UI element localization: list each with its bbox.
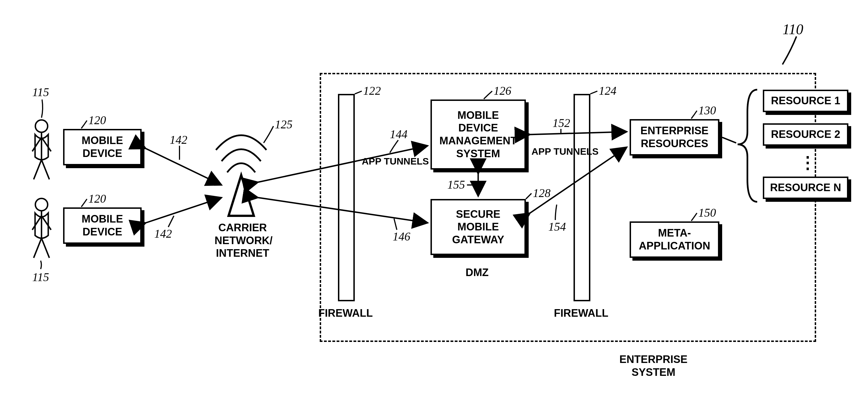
smg-box: SECURE MOBILE GATEWAY — [431, 199, 526, 255]
firewall-right-label: FIREWALL — [554, 307, 608, 320]
ref-146: 146 — [393, 230, 410, 243]
meta-app-ref: 150 — [698, 206, 716, 220]
ref-142b: 142 — [154, 227, 172, 240]
firewall-left — [338, 94, 355, 301]
figure-ref: 110 — [782, 21, 803, 38]
carrier-ref: 125 — [275, 118, 292, 131]
user2-ref: 115 — [32, 270, 49, 284]
smg-ref: 128 — [533, 186, 551, 200]
meta-application-box: META- APPLICATION — [630, 221, 719, 258]
resource-n: RESOURCE N — [763, 176, 848, 199]
svg-point-0 — [35, 120, 48, 132]
enterprise-label: ENTERPRISE SYSTEM — [611, 353, 695, 379]
resource-dots: ⋮ — [799, 153, 817, 172]
user1-ref: 115 — [32, 86, 49, 99]
carrier-label: CARRIER NETWORK/ INTERNET — [215, 221, 271, 260]
firewall-right — [574, 94, 590, 301]
firewall-left-label: FIREWALL — [318, 307, 373, 320]
svg-line-4 — [146, 198, 222, 223]
ent-res-ref: 130 — [698, 104, 716, 117]
dmz-label: DMZ — [466, 266, 489, 279]
app-tunnels-1: APP TUNNELS — [362, 156, 429, 167]
mobile-device-1: MOBILE DEVICE — [63, 129, 142, 165]
ref-142a: 142 — [170, 133, 187, 147]
ref-155: 155 — [447, 178, 465, 191]
resource-2: RESOURCE 2 — [763, 123, 848, 146]
ref-152: 152 — [553, 116, 570, 130]
firewall-left-ref: 122 — [363, 84, 381, 98]
mobile-device-2-ref: 120 — [88, 192, 106, 205]
firewall-right-ref: 124 — [599, 84, 616, 98]
ref-144: 144 — [390, 128, 407, 141]
svg-line-3 — [146, 149, 222, 185]
enterprise-resources-box: ENTERPRISE RESOURCES — [630, 119, 719, 156]
mdm-ref: 126 — [494, 84, 511, 98]
mobile-device-2: MOBILE DEVICE — [63, 207, 142, 244]
mdm-box: MOBILE DEVICE MANAGEMENT SYSTEM — [431, 99, 526, 169]
enterprise-border — [320, 73, 816, 342]
mobile-device-1-ref: 120 — [88, 114, 106, 127]
app-tunnels-2: APP TUNNELS — [531, 146, 598, 157]
ref-154: 154 — [548, 220, 566, 233]
resource-1: RESOURCE 1 — [763, 90, 848, 112]
svg-point-1 — [35, 198, 48, 211]
